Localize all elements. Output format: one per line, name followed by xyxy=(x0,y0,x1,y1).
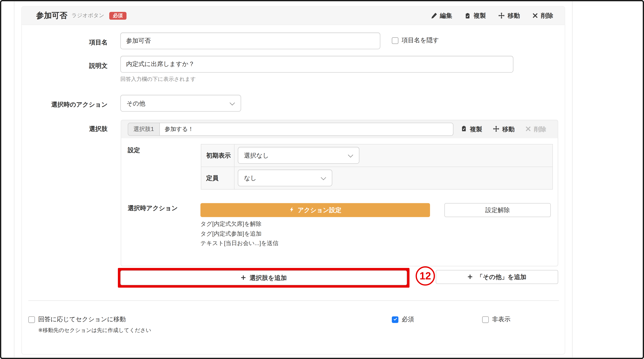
capacity-value: なし xyxy=(244,174,256,181)
plus-icon xyxy=(468,274,473,281)
choice-delete-button: 削除 xyxy=(525,125,546,133)
delete-button[interactable]: 削除 xyxy=(532,12,553,19)
copy-icon xyxy=(461,126,467,133)
chevron-down-icon xyxy=(348,152,353,157)
action-config-button[interactable]: アクション設定 xyxy=(200,203,430,217)
choice-header-strip: 選択肢1 複製 移動 削除 xyxy=(121,120,558,138)
delete-label: 削除 xyxy=(541,12,553,19)
choice-delete-label: 削除 xyxy=(534,125,546,133)
selection-action-value: その他 xyxy=(126,100,146,107)
pencil-icon xyxy=(431,12,437,18)
field-type-label: ラジオボタン xyxy=(72,12,104,19)
capacity-select[interactable]: なし xyxy=(238,169,332,186)
duplicate-label: 複製 xyxy=(474,12,486,19)
capacity-label: 定員 xyxy=(201,167,234,189)
initial-display-row: 初期表示 選択なし xyxy=(201,144,552,167)
hidden-label: 非表示 xyxy=(492,316,510,324)
choice-prefix: 選択肢1 xyxy=(128,123,159,136)
add-choice-button[interactable]: 選択肢を追加 xyxy=(120,271,407,285)
panel-right-border xyxy=(572,1,572,358)
item-name-label: 項目名 xyxy=(22,38,108,46)
hide-item-name-checkbox[interactable]: 項目名を隠す xyxy=(392,36,439,44)
initial-display-value: 選択なし xyxy=(244,152,269,159)
description-input[interactable] xyxy=(120,56,513,73)
required-checkbox[interactable]: 必須 xyxy=(392,316,414,324)
on-select-action-label: 選択時アクション xyxy=(128,204,178,212)
hidden-checkbox[interactable]: 非表示 xyxy=(482,316,510,324)
plus-icon xyxy=(241,274,246,281)
add-other-button[interactable]: 「その他」を追加 xyxy=(436,270,558,284)
checkbox-icon[interactable] xyxy=(392,37,398,44)
checkbox-checked-icon[interactable] xyxy=(392,316,398,323)
x-icon xyxy=(532,13,538,18)
divider xyxy=(28,300,559,301)
initial-display-select[interactable]: 選択なし xyxy=(238,147,359,164)
screen: 参加可否 ラジオボタン 必須 編集 複製 移動 削除 xyxy=(0,0,644,359)
clear-config-button[interactable]: 設定解除 xyxy=(444,203,551,217)
lightning-icon xyxy=(289,206,294,214)
move-icon xyxy=(493,125,500,133)
description-helper-text: 回答入力欄の下に表示されます xyxy=(120,75,196,83)
edit-label: 編集 xyxy=(440,12,452,19)
move-icon xyxy=(498,12,505,19)
action-config-label: アクション設定 xyxy=(298,206,342,214)
add-other-label: 「その他」を追加 xyxy=(476,273,526,281)
selection-action-select[interactable]: その他 xyxy=(120,95,241,112)
edit-button[interactable]: 編集 xyxy=(431,12,452,19)
choice-actions: 複製 移動 削除 xyxy=(461,125,546,133)
hide-item-name-label: 項目名を隠す xyxy=(402,36,439,44)
annotation-12-badge: 12 xyxy=(416,266,435,286)
section-move-note: ※移動先のセクションは先に作成してください xyxy=(38,325,152,335)
section-move-label: 回答に応じてセクションに移動 xyxy=(38,316,126,324)
add-choice-highlight: 選択肢を追加 xyxy=(118,268,410,288)
required-badge: 必須 xyxy=(109,12,126,19)
choice-move-label: 移動 xyxy=(502,125,515,133)
action-summary-list: タグ[内定式欠席]を解除 タグ[内定式参加]を追加 テキスト[当日お会い...]… xyxy=(200,219,278,248)
description-label: 説明文 xyxy=(22,61,108,70)
clear-config-label: 設定解除 xyxy=(485,206,510,214)
chevron-down-icon xyxy=(230,100,235,105)
choice-text-input[interactable] xyxy=(159,123,454,136)
action-summary-item: テキスト[当日お会い...]を送信 xyxy=(200,238,278,248)
move-label: 移動 xyxy=(508,12,520,19)
section-move-checkbox[interactable]: 回答に応じてセクションに移動 xyxy=(28,316,126,324)
action-summary-item: タグ[内定式欠席]を解除 xyxy=(200,219,278,229)
add-choice-label: 選択肢を追加 xyxy=(250,274,287,282)
settings-label: 設定 xyxy=(128,146,140,154)
field-card: 参加可否 ラジオボタン 必須 編集 複製 移動 削除 xyxy=(21,6,565,355)
checkbox-icon[interactable] xyxy=(28,316,35,323)
panel-left-border xyxy=(14,1,14,358)
selection-action-label: 選択時のアクション xyxy=(22,100,108,109)
choice-duplicate-label: 複製 xyxy=(470,125,482,133)
action-summary-item: タグ[内定式参加]を追加 xyxy=(200,229,278,238)
header-actions: 編集 複製 移動 削除 xyxy=(431,12,553,19)
required-label: 必須 xyxy=(402,316,414,324)
choice-move-button[interactable]: 移動 xyxy=(493,125,515,133)
choice-input-group: 選択肢1 xyxy=(128,123,453,136)
choices-label: 選択肢 xyxy=(22,125,108,133)
capacity-row: 定員 なし xyxy=(201,167,552,189)
settings-table: 初期表示 選択なし 定員 なし xyxy=(201,144,553,190)
x-icon xyxy=(525,126,531,133)
chevron-down-icon xyxy=(321,175,326,180)
card-header: 参加可否 ラジオボタン 必須 編集 複製 移動 削除 xyxy=(22,6,565,25)
item-name-input[interactable] xyxy=(120,32,380,49)
move-button[interactable]: 移動 xyxy=(498,12,520,19)
choice-item-panel: 選択肢1 複製 移動 削除 xyxy=(121,120,558,266)
field-title: 参加可否 xyxy=(36,10,67,21)
choice-duplicate-button[interactable]: 複製 xyxy=(461,125,482,133)
initial-display-label: 初期表示 xyxy=(201,144,234,167)
copy-icon xyxy=(464,12,471,18)
duplicate-button[interactable]: 複製 xyxy=(464,12,486,19)
checkbox-icon[interactable] xyxy=(482,316,489,323)
